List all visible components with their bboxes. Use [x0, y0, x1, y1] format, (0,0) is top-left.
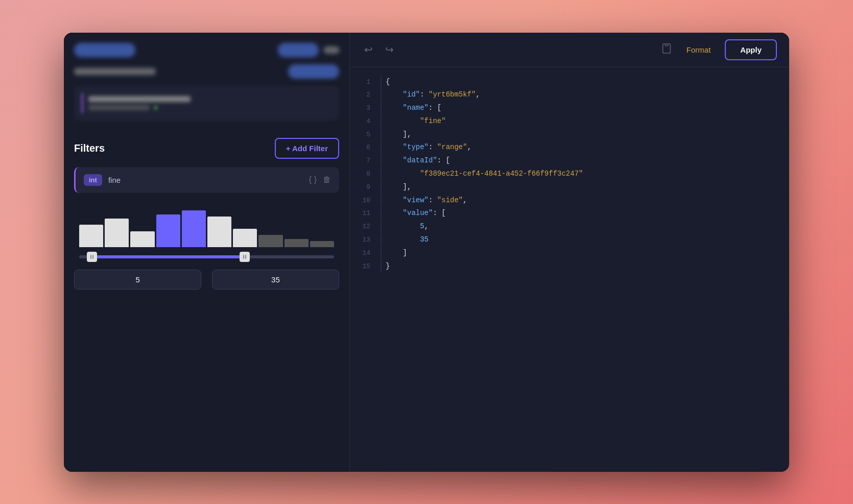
blurred-element [88, 96, 191, 102]
code-line: 8 "f389ec21-cef4-4841-a452-f66f9ff3c247" [350, 167, 789, 181]
histogram-bar [130, 231, 154, 247]
code-line: 3 "name": [ [350, 102, 789, 115]
blurred-element [74, 43, 135, 57]
toolbar-left: ↩ ↪ [362, 41, 396, 58]
filter-item-inner: int fine [84, 174, 309, 186]
handle-dots [90, 255, 93, 259]
blurred-element [81, 93, 83, 113]
line-number: 4 [350, 116, 381, 127]
line-content[interactable]: ], [381, 129, 789, 141]
svg-rect-0 [665, 43, 668, 45]
blurred-element [324, 46, 339, 54]
line-content[interactable]: "fine" [381, 115, 789, 128]
line-content[interactable]: "dataId": [ [381, 155, 789, 167]
histogram-bar [310, 241, 334, 247]
handle-dot [245, 255, 246, 259]
filter-actions: { } 🗑 [309, 175, 331, 184]
code-line: 1{ [350, 76, 789, 89]
code-line: 12 5, [350, 220, 789, 233]
range-handle-right[interactable] [240, 252, 250, 262]
left-panel: Filters + Add Filter int fine { } 🗑 [64, 33, 350, 472]
histogram-bar [79, 225, 103, 247]
range-slider[interactable] [74, 249, 339, 265]
code-line: 9 ], [350, 181, 789, 194]
code-line: 13 35 [350, 233, 789, 247]
line-number: 10 [350, 195, 381, 206]
blurred-top-area [74, 43, 339, 121]
histogram-bar [105, 219, 129, 247]
line-number: 11 [350, 208, 381, 219]
blurred-element [88, 96, 332, 110]
range-handle-left[interactable] [87, 252, 97, 262]
code-line: 10 "view": "side", [350, 194, 789, 207]
editor-toolbar: ↩ ↪ Format Apply [350, 33, 789, 67]
histogram-bar [207, 217, 231, 247]
histogram-bar [233, 229, 257, 247]
code-line: 15} [350, 260, 789, 273]
code-line: 11 "value": [ [350, 207, 789, 220]
redo-button[interactable]: ↪ [383, 41, 396, 58]
max-value-box[interactable]: 35 [212, 270, 339, 290]
line-number: 8 [350, 169, 381, 180]
histogram-container: 5 35 [74, 201, 339, 295]
line-number: 12 [350, 221, 381, 232]
line-content[interactable]: } [381, 260, 789, 273]
line-content[interactable]: "value": [ [381, 207, 789, 220]
min-value-box[interactable]: 5 [74, 270, 201, 290]
handle-dots [243, 255, 246, 259]
line-content[interactable]: "type": "range", [381, 141, 789, 154]
line-number: 2 [350, 89, 381, 101]
line-number: 15 [350, 261, 381, 272]
line-number: 3 [350, 103, 381, 114]
line-content[interactable]: "f389ec21-cef4-4841-a452-f66f9ff3c247" [381, 168, 789, 180]
filter-text[interactable]: fine [108, 176, 309, 184]
histogram-bar [285, 239, 309, 247]
line-content[interactable]: ] [381, 247, 789, 259]
code-line: 4 "fine" [350, 115, 789, 128]
blurred-element [278, 43, 319, 57]
line-number: 9 [350, 182, 381, 193]
line-content[interactable]: ], [381, 181, 789, 194]
code-line: 7 "dataId": [ [350, 154, 789, 167]
filter-edit-button[interactable]: { } [309, 175, 317, 184]
filter-delete-button[interactable]: 🗑 [323, 175, 331, 184]
code-line: 14 ] [350, 247, 789, 260]
right-panel: ↩ ↪ Format Apply 1{2 "id": "yrt6bm [350, 33, 789, 472]
histogram [74, 206, 339, 247]
line-number: 6 [350, 142, 381, 153]
type-badge: int [84, 174, 102, 186]
line-content[interactable]: "name": [ [381, 102, 789, 114]
app-window: Filters + Add Filter int fine { } 🗑 [64, 33, 789, 472]
undo-button[interactable]: ↩ [362, 41, 375, 58]
handle-dot [243, 255, 244, 259]
filter-item: int fine { } 🗑 [74, 167, 339, 193]
histogram-bar [182, 210, 206, 247]
clipboard-icon[interactable] [661, 43, 672, 57]
blurred-element [154, 106, 158, 110]
blurred-card [74, 86, 339, 121]
add-filter-button[interactable]: + Add Filter [275, 138, 339, 159]
code-line: 5 ], [350, 128, 789, 141]
blurred-element [74, 68, 156, 75]
line-content[interactable]: { [381, 76, 789, 88]
histogram-bar [258, 235, 282, 247]
apply-button[interactable]: Apply [725, 39, 777, 60]
handle-dot [92, 255, 93, 259]
line-content[interactable]: "id": "yrt6bm5kf", [381, 89, 789, 101]
range-fill [92, 255, 245, 258]
main-content: Filters + Add Filter int fine { } 🗑 [64, 33, 789, 472]
range-track [79, 255, 334, 258]
blurred-row-1 [74, 43, 339, 57]
filters-header: Filters + Add Filter [74, 138, 339, 159]
line-content[interactable]: 5, [381, 221, 789, 233]
format-button[interactable]: Format [678, 41, 719, 58]
line-content[interactable]: "view": "side", [381, 195, 789, 207]
histogram-bar [156, 214, 180, 247]
code-line: 2 "id": "yrt6bm5kf", [350, 88, 789, 102]
blurred-row-2 [74, 64, 339, 79]
line-number: 13 [350, 234, 381, 246]
line-content[interactable]: 35 [381, 234, 789, 246]
code-line: 6 "type": "range", [350, 141, 789, 154]
filters-title: Filters [74, 142, 105, 154]
code-editor[interactable]: 1{2 "id": "yrt6bm5kf",3 "name": [4 "fine… [350, 67, 789, 472]
